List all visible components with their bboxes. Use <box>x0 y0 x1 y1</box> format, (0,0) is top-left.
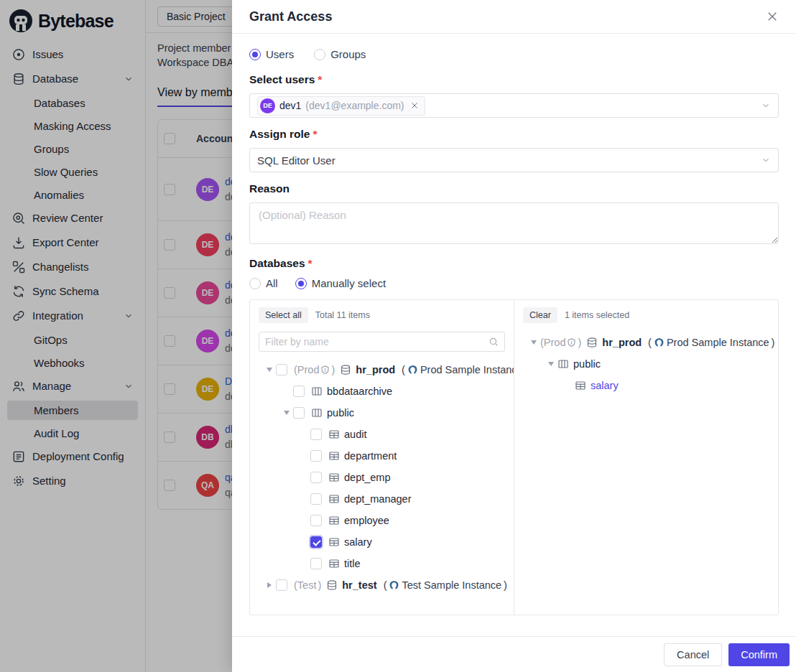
radio-groups-label: Groups <box>330 48 366 60</box>
selected-count-text: 1 items selected <box>565 310 629 320</box>
filter-input-wrap <box>259 332 505 352</box>
assign-role-label: Assign role* <box>249 128 779 141</box>
radio-users-control[interactable] <box>249 49 261 60</box>
node-checkbox[interactable] <box>293 407 305 419</box>
tree-node-public[interactable]: public <box>523 353 769 375</box>
node-checkbox[interactable] <box>276 364 287 375</box>
shield-icon <box>567 338 576 347</box>
table-icon <box>328 450 340 462</box>
radio-all-databases[interactable]: All <box>249 277 278 289</box>
radio-users[interactable]: Users <box>249 48 294 60</box>
table-icon <box>328 536 340 548</box>
radio-all-control[interactable] <box>249 278 261 289</box>
node-checkbox[interactable] <box>293 386 305 397</box>
radio-all-label: All <box>266 277 278 289</box>
node-checkbox[interactable] <box>276 579 287 591</box>
node-label: title <box>344 558 361 569</box>
postgresql-icon <box>389 580 399 591</box>
filter-input[interactable] <box>265 336 489 347</box>
scope-radio-group: Users Groups <box>249 48 779 60</box>
node-label: hr_prod <box>356 364 395 375</box>
tree-node-audit[interactable]: audit <box>259 424 505 445</box>
cancel-button[interactable]: Cancel <box>664 643 722 666</box>
expander-icon[interactable] <box>527 340 540 345</box>
db-icon <box>326 579 338 591</box>
select-users-input[interactable]: DE dev1 (dev1@example.com) <box>249 93 779 118</box>
select-all-button[interactable]: Select all <box>259 307 308 323</box>
tree-node-hr-test[interactable]: (Test ) hr_test ( Test Sample Instance) <box>259 574 505 596</box>
reason-textarea[interactable] <box>249 202 779 244</box>
node-label: audit <box>344 429 366 440</box>
tree-node-hr-prod[interactable]: (Prod ) hr_prod ( Prod Sample Instance) <box>259 359 505 381</box>
node-label: bbdataarchive <box>327 386 392 397</box>
node-checkbox[interactable] <box>310 450 322 462</box>
close-icon[interactable] <box>766 10 779 23</box>
database-scope-radio-group: All Manually select <box>249 277 779 289</box>
table-icon <box>328 472 340 483</box>
total-items-text: Total 11 items <box>315 310 370 320</box>
tree-node-hr-prod[interactable]: (Prod ) hr_prod ( Prod Sample Instance) <box>523 332 769 353</box>
schema-icon <box>311 407 323 419</box>
tree-node-title[interactable]: title <box>259 553 505 574</box>
modal-title: Grant Access <box>249 9 332 24</box>
assign-role-select[interactable]: SQL Editor User <box>249 148 779 172</box>
environment-tag: (Prod ) <box>540 337 581 348</box>
node-checkbox[interactable] <box>310 493 322 505</box>
clear-button[interactable]: Clear <box>523 307 557 323</box>
node-label: dept_manager <box>344 493 412 505</box>
tree-node-salary[interactable]: salary <box>259 531 505 553</box>
confirm-button[interactable]: Confirm <box>728 643 790 666</box>
node-checkbox[interactable] <box>310 515 322 526</box>
user-avatar: DE <box>260 98 275 113</box>
instance-tag: ( Prod Sample Instance) <box>648 337 774 348</box>
expander-icon[interactable] <box>545 362 557 366</box>
source-pane-header: Select all Total 11 items <box>259 307 505 323</box>
radio-users-label: Users <box>266 48 294 60</box>
tree-node-department[interactable]: department <box>259 445 505 467</box>
search-icon <box>489 337 499 347</box>
radio-manually-select[interactable]: Manually select <box>295 277 386 289</box>
tree-node-dept-emp[interactable]: dept_emp <box>259 467 505 488</box>
environment-tag: (Prod ) <box>294 364 335 375</box>
radio-groups-control[interactable] <box>314 49 325 60</box>
tree-node-public[interactable]: public <box>259 402 505 424</box>
radio-groups[interactable]: Groups <box>314 48 366 60</box>
schema-icon <box>311 386 323 397</box>
database-picker: Select all Total 11 items (Prod ) <box>249 299 779 615</box>
tree-node-dept-manager[interactable]: dept_manager <box>259 488 505 510</box>
user-email: (dev1@example.com) <box>305 100 404 111</box>
tree-node-employee[interactable]: employee <box>259 510 505 531</box>
node-checkbox[interactable] <box>310 472 322 483</box>
node-label: hr_prod <box>602 337 642 348</box>
reason-label: Reason <box>249 182 779 195</box>
chevron-down-icon <box>761 101 771 111</box>
node-checkbox[interactable] <box>310 429 322 440</box>
table-icon <box>328 558 340 569</box>
select-users-label: Select users* <box>249 73 779 86</box>
required-asterisk: * <box>308 257 313 269</box>
node-label: employee <box>344 515 389 526</box>
tree-node-bbdataarchive[interactable]: bbdataarchive <box>259 381 505 402</box>
expander-icon[interactable] <box>263 582 276 588</box>
node-checkbox[interactable] <box>310 558 322 569</box>
radio-manual-control[interactable] <box>295 278 307 289</box>
instance-tag: ( Prod Sample Instance) <box>402 364 514 375</box>
db-icon <box>586 337 598 348</box>
environment-tag: (Test ) <box>294 579 321 591</box>
chevron-down-icon <box>761 155 771 165</box>
node-checkbox[interactable] <box>310 536 322 548</box>
remove-user-icon[interactable] <box>410 101 419 110</box>
modal-footer: Cancel Confirm <box>232 636 796 672</box>
node-label: hr_test <box>342 579 376 591</box>
expander-icon[interactable] <box>280 411 293 415</box>
selected-tree: (Prod ) hr_prod ( Prod Sample Instance) … <box>523 332 769 396</box>
table-icon <box>328 493 340 505</box>
postgresql-icon <box>654 337 665 348</box>
tree-node-salary[interactable]: salary <box>523 375 769 396</box>
modal-header: Grant Access <box>232 0 796 34</box>
radio-manual-label: Manually select <box>312 277 386 289</box>
node-label: dept_emp <box>344 472 391 483</box>
selected-pane-header: Clear 1 items selected <box>523 307 769 323</box>
expander-icon[interactable] <box>263 368 276 372</box>
picker-source-pane: Select all Total 11 items (Prod ) <box>250 300 514 615</box>
